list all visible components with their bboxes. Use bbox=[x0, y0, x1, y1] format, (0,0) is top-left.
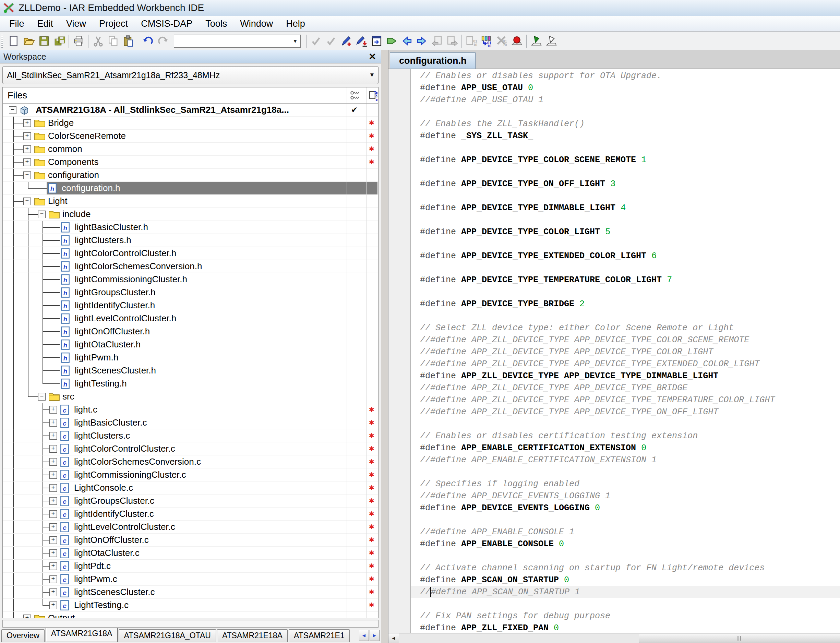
editor-horizontal-scrollbar[interactable]: ◄ bbox=[388, 633, 840, 643]
breakpoint-gutter[interactable] bbox=[388, 69, 411, 633]
tree-item-light[interactable]: −Light bbox=[3, 195, 378, 208]
tree-item-lightclusters-h[interactable]: hlightClusters.h bbox=[3, 234, 378, 247]
expand-icon[interactable]: + bbox=[49, 510, 57, 518]
tree-item-include[interactable]: −include bbox=[3, 208, 378, 221]
menu-project[interactable]: Project bbox=[93, 16, 134, 31]
new-file-button[interactable] bbox=[6, 34, 21, 49]
menu-view[interactable]: View bbox=[60, 16, 93, 31]
save-all-button[interactable] bbox=[51, 34, 67, 49]
tree-item-colorsceneremote[interactable]: +ColorSceneRemote✱ bbox=[3, 130, 378, 143]
tree-item-lightcolorcontrolcluster-c[interactable]: +clightColorControlCluster.c✱ bbox=[3, 442, 378, 455]
next-file-button[interactable] bbox=[444, 34, 460, 49]
previous-file-button[interactable] bbox=[429, 34, 444, 49]
expand-icon[interactable]: + bbox=[49, 575, 57, 583]
expand-icon[interactable]: + bbox=[49, 484, 57, 492]
menu-file[interactable]: File bbox=[3, 16, 31, 31]
expand-icon[interactable]: + bbox=[49, 445, 57, 453]
tree-item-lightotacluster-h[interactable]: hlightOtaCluster.h bbox=[3, 338, 378, 351]
tree-item-lightidentifycluster-c[interactable]: +clightIdentifyCluster.c✱ bbox=[3, 508, 378, 521]
toggle-breakpoint-button[interactable] bbox=[509, 34, 524, 49]
tree-item-lighttesting-c[interactable]: +cLightTesting.c✱ bbox=[3, 599, 378, 612]
navigate-back-button[interactable] bbox=[399, 34, 414, 49]
tab-scroll-right-icon[interactable]: ► bbox=[370, 630, 380, 641]
tree-item-lightbasiccluster-c[interactable]: +clightBasicCluster.c✱ bbox=[3, 416, 378, 429]
collapse-icon[interactable]: − bbox=[23, 197, 31, 205]
redo-button[interactable] bbox=[155, 34, 170, 49]
tree-item-bridge[interactable]: +Bridge✱ bbox=[3, 117, 378, 130]
expand-icon[interactable]: + bbox=[23, 158, 31, 166]
add-bookmark-button[interactable] bbox=[339, 34, 354, 49]
expand-icon[interactable]: + bbox=[23, 132, 31, 140]
tree-item-components[interactable]: +Components✱ bbox=[3, 156, 378, 169]
tree-item-lighttesting-h[interactable]: hlightTesting.h bbox=[3, 377, 378, 390]
expand-icon[interactable]: + bbox=[49, 523, 57, 531]
compile-button[interactable] bbox=[384, 34, 399, 49]
menu-cmsis-dap[interactable]: CMSIS-DAP bbox=[134, 16, 199, 31]
collapse-icon[interactable]: − bbox=[38, 211, 46, 218]
goto-bookmark-button[interactable] bbox=[354, 34, 369, 49]
expand-icon[interactable]: + bbox=[23, 119, 31, 127]
tree-item-lightconsole-c[interactable]: +cLightConsole.c✱ bbox=[3, 481, 378, 494]
paste-button[interactable] bbox=[121, 34, 136, 49]
open-file-button[interactable] bbox=[21, 34, 36, 49]
stop-build-button[interactable]: 0110 bbox=[494, 34, 509, 49]
expand-icon[interactable]: + bbox=[49, 432, 57, 440]
tree-item-lightcolorcontrolcluster-h[interactable]: hlightColorControlCluster.h bbox=[3, 247, 378, 260]
expand-icon[interactable]: + bbox=[49, 471, 57, 479]
menu-tools[interactable]: Tools bbox=[199, 16, 233, 31]
tree-item-lightpwm-h[interactable]: hlightPwm.h bbox=[3, 351, 378, 364]
expand-icon[interactable]: + bbox=[49, 602, 57, 609]
expand-icon[interactable]: + bbox=[49, 497, 57, 505]
tree-item-lightcommissioningcluster-c[interactable]: +clightCommissioningCluster.c✱ bbox=[3, 468, 378, 481]
expand-icon[interactable]: + bbox=[23, 145, 31, 153]
tree-item-common[interactable]: +common✱ bbox=[3, 143, 378, 156]
find-previous-button[interactable] bbox=[308, 34, 324, 49]
expand-icon[interactable]: + bbox=[49, 589, 57, 596]
editor-tab-configuration-h[interactable]: configuration.h bbox=[390, 52, 476, 69]
tree-item-lightcolorschemesconversion-h[interactable]: hlightColorSchemesConversion.h bbox=[3, 260, 378, 273]
scroll-left-icon[interactable]: ◄ bbox=[388, 633, 399, 643]
undo-button[interactable] bbox=[140, 34, 155, 49]
find-next-button[interactable] bbox=[324, 34, 339, 49]
expand-icon[interactable]: + bbox=[49, 536, 57, 544]
expand-icon[interactable]: + bbox=[49, 419, 57, 427]
expand-icon[interactable]: + bbox=[49, 406, 57, 414]
expand-icon[interactable]: + bbox=[23, 615, 31, 618]
toolbar-grip[interactable] bbox=[2, 34, 4, 48]
quick-search-combobox[interactable]: ▼ bbox=[174, 34, 301, 48]
workspace-tab-atsamr21e1[interactable]: ATSAMR21E1 bbox=[289, 629, 350, 642]
tree-item-lightotacluster-c[interactable]: +clightOtaCluster.c✱ bbox=[3, 547, 378, 560]
navigate-forward-button[interactable] bbox=[414, 34, 429, 49]
find-in-files-button[interactable] bbox=[369, 34, 384, 49]
tree-item-configuration[interactable]: −configuration bbox=[3, 169, 378, 182]
tree-item-lightonoffcluster-c[interactable]: +clightOnOffCluster.c✱ bbox=[3, 534, 378, 547]
tree-item-lightcommissioningcluster-h[interactable]: hlightCommissioningCluster.h bbox=[3, 273, 378, 286]
expand-icon[interactable]: + bbox=[49, 562, 57, 570]
debug-without-downloading-button[interactable] bbox=[544, 34, 559, 49]
workspace-horizontal-scrollbar[interactable] bbox=[2, 620, 378, 628]
menu-help[interactable]: Help bbox=[279, 16, 312, 31]
workspace-tab-atsamr21g18a[interactable]: ATSAMR21G18A bbox=[46, 628, 118, 642]
tree-item-lightidentifycluster-h[interactable]: hlightIdentifyCluster.h bbox=[3, 299, 378, 312]
menu-edit[interactable]: Edit bbox=[31, 16, 60, 31]
workspace-tab-atsamr21g18a-otau[interactable]: ATSAMR21G18A_OTAU bbox=[119, 629, 216, 642]
tree-item-lightscenescluster-c[interactable]: +clightScenesCluster.c✱ bbox=[3, 586, 378, 599]
download-and-debug-button[interactable] bbox=[529, 34, 544, 49]
panel-splitter[interactable] bbox=[381, 50, 388, 643]
tree-item-lightbasiccluster-h[interactable]: hlightBasicCluster.h bbox=[3, 221, 378, 234]
tree-item-lightpdt-c[interactable]: +clightPdt.c✱ bbox=[3, 560, 378, 573]
tree-item-lightcolorschemesconversion-c[interactable]: +clightColorSchemesConversion.c✱ bbox=[3, 455, 378, 468]
tree-item-light-c[interactable]: +clight.c✱ bbox=[3, 403, 378, 416]
tree-item-lightlevelcontrolcluster-h[interactable]: hlightLevelControlCluster.h bbox=[3, 312, 378, 325]
tree-item-lightscenescluster-h[interactable]: hlightScenesCluster.h bbox=[3, 364, 378, 377]
workspace-tab-overview[interactable]: Overview bbox=[2, 629, 44, 642]
workspace-tab-atsamr21e18a[interactable]: ATSAMR21E18A bbox=[217, 629, 288, 642]
tree-item-atsamr21g18a-all-stdlinksec-samr21-atsamr21g18a[interactable]: −ATSAMR21G18A - All_StdlinkSec_SamR21_At… bbox=[3, 104, 378, 117]
print-button[interactable] bbox=[71, 34, 86, 49]
close-icon[interactable]: ✕ bbox=[364, 51, 381, 62]
save-button[interactable] bbox=[36, 34, 51, 49]
tree-item-configuration-h[interactable]: hconfiguration.h bbox=[3, 182, 378, 195]
tree-item-lightpwm-c[interactable]: +clightPwm.c✱ bbox=[3, 573, 378, 586]
collapse-icon[interactable]: − bbox=[23, 171, 31, 179]
scrollbar-thumb[interactable] bbox=[639, 634, 840, 643]
